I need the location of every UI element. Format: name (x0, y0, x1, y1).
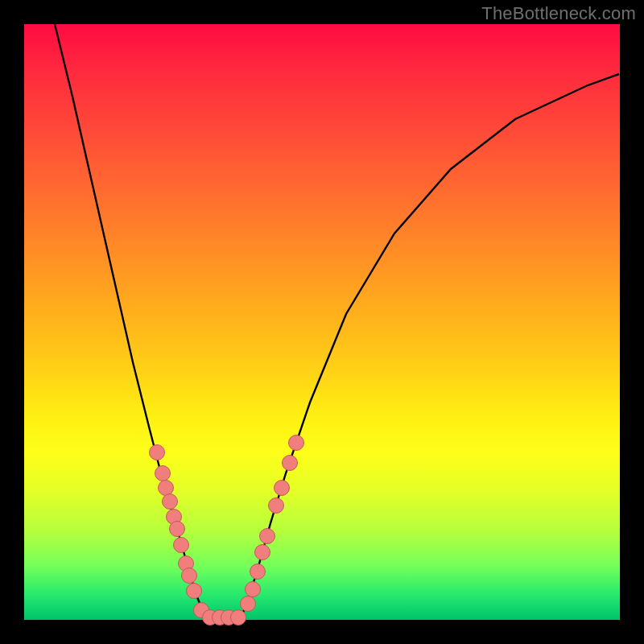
marker-dot (289, 436, 304, 451)
marker-dot (170, 522, 185, 537)
marker-dot (250, 564, 266, 580)
marker-dot (241, 597, 256, 612)
chart-frame: TheBottleneck.com (0, 0, 644, 644)
marker-dot (150, 445, 165, 460)
watermark-text: TheBottleneck.com (481, 3, 636, 24)
plot-area (24, 24, 620, 620)
marker-dot (155, 466, 171, 481)
bottleneck-curve (24, 24, 620, 620)
curve-markers (150, 436, 304, 625)
marker-dot (174, 538, 189, 553)
curve-path (55, 24, 619, 617)
marker-dot (269, 498, 284, 514)
marker-dot (275, 481, 290, 496)
marker-dot (255, 545, 270, 560)
marker-dot (231, 610, 246, 625)
marker-dot (283, 456, 298, 471)
marker-dot (260, 529, 275, 544)
marker-dot (163, 494, 178, 510)
marker-dot (246, 582, 261, 597)
marker-dot (187, 584, 202, 599)
marker-dot (159, 481, 174, 496)
marker-dot (182, 568, 197, 584)
